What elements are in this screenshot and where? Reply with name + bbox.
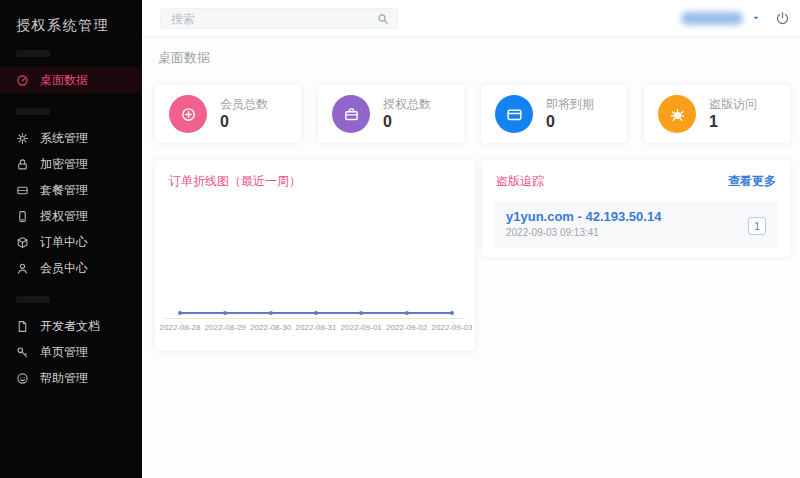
sidebar-nav: 桌面数据系统管理加密管理套餐管理授权管理订单中心会员中心开发者文档单页管理帮助管… — [0, 50, 142, 391]
sidebar-item-label: 系统管理 — [40, 130, 88, 147]
smile-icon — [16, 372, 29, 385]
sidebar-item[interactable]: 套餐管理 — [0, 177, 142, 203]
order-line-chart-card: 订单折线图（最近一周） 2022-08-282022-08-292022-08-… — [155, 160, 475, 351]
sidebar-item[interactable]: 帮助管理 — [0, 365, 142, 391]
chart-title: 订单折线图（最近一周） — [169, 173, 301, 190]
sidebar-item[interactable]: 桌面数据 — [0, 67, 142, 93]
chart-data-point — [405, 311, 409, 315]
package-icon — [16, 184, 29, 197]
search-input[interactable] — [169, 11, 377, 27]
view-more-link[interactable]: 查看更多 — [728, 173, 776, 190]
chart-x-tick-label: 2022-09-01 — [335, 323, 387, 332]
chart-data-point — [359, 311, 363, 315]
sidebar-item-label: 加密管理 — [40, 156, 88, 173]
bug-icon — [669, 106, 686, 123]
briefcase-icon — [343, 106, 360, 123]
box-icon — [16, 236, 29, 249]
stat-label: 即将到期 — [546, 97, 594, 113]
document-icon — [16, 320, 29, 333]
stat-cards-row: 会员总数0授权总数0即将到期0盗版访问1 — [155, 85, 790, 143]
search-box[interactable] — [160, 8, 398, 29]
piracy-host[interactable]: y1yun.com - 42.193.50.14 — [506, 209, 738, 224]
sidebar-item[interactable]: 会员中心 — [0, 255, 142, 281]
sidebar-section-divider — [16, 108, 50, 115]
sidebar-item[interactable]: 系统管理 — [0, 125, 142, 151]
chart-data-point — [223, 311, 227, 315]
chart-x-tick-label: 2022-08-28 — [154, 323, 206, 332]
piracy-track-list: y1yun.com - 42.193.50.142022-09-03 09:13… — [482, 202, 790, 248]
app-title: 授权系统管理 — [0, 0, 142, 35]
page-title: 桌面数据 — [158, 49, 210, 67]
sidebar-item[interactable]: 加密管理 — [0, 151, 142, 177]
chart-x-tick-label: 2022-09-03 — [426, 323, 478, 332]
piracy-count-badge: 1 — [748, 217, 766, 235]
sidebar-item-label: 授权管理 — [40, 208, 88, 225]
logout-power-icon[interactable] — [775, 11, 790, 26]
sidebar-item[interactable]: 单页管理 — [0, 339, 142, 365]
topbar — [142, 0, 800, 37]
lock-icon — [16, 158, 29, 171]
gear-icon — [16, 132, 29, 145]
stat-bubble — [495, 95, 533, 133]
stat-bubble — [169, 95, 207, 133]
user-icon — [16, 262, 29, 275]
sidebar-section-divider — [16, 296, 50, 303]
stat-card: 即将到期0 — [481, 85, 627, 143]
stat-bubble — [658, 95, 696, 133]
sidebar-section-divider — [16, 50, 50, 57]
search-icon[interactable] — [377, 13, 389, 25]
piracy-timestamp: 2022-09-03 09:13:41 — [506, 227, 738, 238]
piracy-track-title: 盗版追踪 — [496, 173, 544, 190]
username-redacted[interactable] — [681, 12, 743, 25]
sidebar: 授权系统管理 桌面数据系统管理加密管理套餐管理授权管理订单中心会员中心开发者文档… — [0, 0, 142, 478]
dashboard-icon — [16, 74, 29, 87]
sidebar-item-label: 会员中心 — [40, 260, 88, 277]
piracy-track-card: 盗版追踪 查看更多 y1yun.com - 42.193.50.142022-0… — [482, 160, 790, 257]
chart-data-point — [450, 311, 454, 315]
chevron-down-icon[interactable] — [751, 13, 761, 23]
user-area — [681, 0, 790, 36]
stat-card: 盗版访问1 — [644, 85, 790, 143]
chart-x-tick-label: 2022-08-30 — [245, 323, 297, 332]
chart-data-point — [314, 311, 318, 315]
stat-label: 会员总数 — [220, 97, 268, 113]
sidebar-item[interactable]: 授权管理 — [0, 203, 142, 229]
member-plus-icon — [180, 106, 197, 123]
stat-value: 0 — [220, 113, 268, 131]
stat-label: 授权总数 — [383, 97, 431, 113]
chart-x-tick-label: 2022-08-29 — [199, 323, 251, 332]
stat-label: 盗版访问 — [709, 97, 757, 113]
sidebar-item-label: 桌面数据 — [40, 72, 88, 89]
stat-value: 0 — [383, 113, 431, 131]
chart-data-point — [269, 311, 273, 315]
sidebar-item-label: 帮助管理 — [40, 370, 88, 387]
sidebar-item[interactable]: 开发者文档 — [0, 313, 142, 339]
stat-bubble — [332, 95, 370, 133]
chart-data-point — [178, 311, 182, 315]
credit-card-icon — [506, 106, 523, 123]
stat-value: 0 — [546, 113, 594, 131]
chart-x-tick-label: 2022-09-02 — [381, 323, 433, 332]
chart-x-tick-label: 2022-08-31 — [290, 323, 342, 332]
piracy-track-item[interactable]: y1yun.com - 42.193.50.142022-09-03 09:13… — [494, 202, 778, 248]
stat-value: 1 — [709, 113, 757, 131]
sidebar-item-label: 订单中心 — [40, 234, 88, 251]
sidebar-item-label: 开发者文档 — [40, 318, 100, 335]
sidebar-item-label: 单页管理 — [40, 344, 88, 361]
stat-card: 会员总数0 — [155, 85, 301, 143]
key-icon — [16, 346, 29, 359]
stat-card: 授权总数0 — [318, 85, 464, 143]
sidebar-item-label: 套餐管理 — [40, 182, 88, 199]
sidebar-item[interactable]: 订单中心 — [0, 229, 142, 255]
mobile-icon — [16, 210, 29, 223]
piracy-track-header: 盗版追踪 查看更多 — [482, 160, 790, 190]
chart-x-axis — [165, 318, 465, 319]
